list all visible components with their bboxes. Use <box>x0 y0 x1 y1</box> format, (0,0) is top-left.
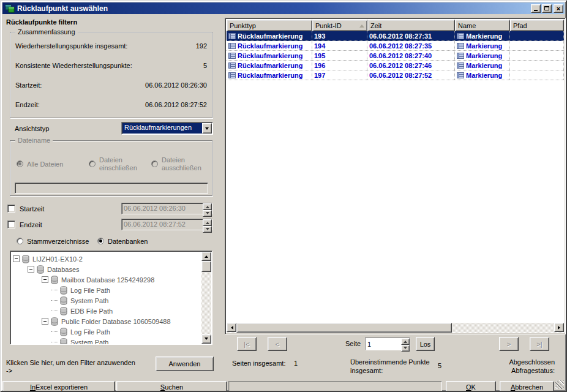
include-files-radio[interactable] <box>89 160 96 167</box>
results-table: Punkttyp Punkt-ID Zeit Name Pfad Rücklau… <box>225 18 566 334</box>
table-row[interactable]: Rücklaufmarkierung 197 06.06.2012 08:27:… <box>227 70 564 80</box>
spin-up-button[interactable] <box>203 203 212 210</box>
minimize-button[interactable] <box>531 4 541 13</box>
marker-icon <box>228 52 236 59</box>
column-header-punkt-id[interactable]: Punkt-ID <box>312 20 367 31</box>
view-type-selected-value: Rücklaufmarkierungen <box>122 123 202 134</box>
tree-item-log-path[interactable]: Log File Path <box>12 285 201 295</box>
app-icon <box>5 4 15 13</box>
summary-group: Zusammenfassung Wiederherstellungspunkte… <box>10 32 212 118</box>
starttime-value: 06.06.2012 08:26:30 <box>145 81 207 89</box>
chevron-down-icon <box>205 337 208 342</box>
all-files-radio[interactable] <box>17 160 23 167</box>
scrollbar-thumb[interactable] <box>201 261 211 272</box>
close-button[interactable]: × <box>554 4 563 13</box>
scrollbar-thumb[interactable] <box>236 323 452 333</box>
filter-panel-title: Rücklaufpunkte filtern <box>6 18 77 26</box>
tree-item-log-path[interactable]: Log File Path <box>12 326 201 337</box>
view-type-select[interactable]: Rücklaufmarkierungen <box>121 122 213 135</box>
scroll-up-button[interactable] <box>201 252 211 261</box>
page-number-input[interactable] <box>366 338 401 350</box>
collapse-icon[interactable] <box>13 255 20 262</box>
spin-down-button[interactable] <box>203 210 212 217</box>
window-title: Rücklaufpunkt auswählen <box>17 4 530 13</box>
tree-item-system-path[interactable]: System Path <box>12 295 201 306</box>
column-header-zeit[interactable]: Zeit <box>367 20 455 31</box>
search-button[interactable]: Suchen <box>116 381 227 392</box>
cell-zeit: 06.06.2012 08:27:35 <box>367 41 455 50</box>
filename-input[interactable] <box>15 183 208 194</box>
first-page-button[interactable]: |< <box>237 337 257 351</box>
column-header-punkttyp[interactable]: Punkttyp <box>227 20 312 31</box>
spin-up-button[interactable] <box>203 219 212 226</box>
page-number-spinner[interactable] <box>365 337 410 350</box>
marker-icon <box>228 72 236 79</box>
tree-item-public-folder-db[interactable]: Public Folder Database 1060509488 <box>12 316 201 326</box>
last-page-button[interactable]: >| <box>530 337 549 351</box>
collapse-icon[interactable] <box>42 276 48 283</box>
tree-scrollbar[interactable] <box>201 252 211 344</box>
spin-down-button[interactable] <box>203 226 212 233</box>
matching-points-label: Übereinstimmende Punkte insgesamt: <box>350 358 443 375</box>
marker-icon <box>457 52 464 59</box>
root-dirs-label: Stammverzeichnisse <box>27 238 89 245</box>
endtime-checkbox[interactable] <box>7 221 15 228</box>
apply-button[interactable]: Anwenden <box>156 356 214 371</box>
database-icon <box>37 265 44 274</box>
cell-zeit: 06.06.2012 08:27:52 <box>367 70 455 80</box>
database-icon <box>60 307 67 315</box>
pages-total-value: 1 <box>294 360 298 367</box>
close-icon: × <box>557 5 560 12</box>
next-page-button[interactable]: > <box>499 337 519 351</box>
tree-item-mailbox-db[interactable]: Mailbox Database 1254249298 <box>12 274 201 285</box>
exclude-files-label: Dateien ausschließen <box>162 156 211 172</box>
prev-page-button[interactable]: < <box>268 337 287 351</box>
databases-radio[interactable] <box>97 238 104 244</box>
tree-item-edb-path[interactable]: EDB File Path <box>12 306 201 316</box>
starttime-label: Startzeit: <box>15 81 42 89</box>
scroll-down-button[interactable] <box>201 334 211 344</box>
table-horizontal-scrollbar[interactable] <box>227 323 564 333</box>
cell-name: Markierung <box>466 72 502 79</box>
spin-up-button[interactable] <box>401 338 410 345</box>
column-header-name[interactable]: Name <box>455 20 510 31</box>
cancel-button[interactable]: Abbrechen <box>500 381 554 392</box>
combo-dropdown-button[interactable] <box>202 123 212 134</box>
database-icon <box>60 338 67 345</box>
starttime-spinner[interactable]: 06.06.2012 08:26:30 <box>121 203 212 214</box>
starttime-checkbox[interactable] <box>7 205 15 213</box>
table-row[interactable]: Rücklaufmarkierung 194 06.06.2012 08:27:… <box>227 41 564 51</box>
tree-item-server[interactable]: LIJZH01-EX10-2 <box>12 254 201 264</box>
database-icon <box>60 286 67 295</box>
summary-legend: Zusammenfassung <box>15 28 78 36</box>
ok-button[interactable]: OK <box>446 381 496 392</box>
cell-name: Markierung <box>466 42 502 50</box>
maximize-button[interactable] <box>542 4 552 13</box>
resize-grip[interactable] <box>555 380 564 389</box>
export-excel-button[interactable]: In Excel exportieren <box>2 381 115 392</box>
endtime-spinner[interactable]: 06.06.2012 08:27:52 <box>121 219 212 230</box>
total-points-label: Wiederherstellungspunkte insgesamt: <box>15 42 127 50</box>
scroll-left-button[interactable] <box>227 323 236 332</box>
query-status-label: Abfragestatus: <box>509 366 555 375</box>
table-row[interactable]: Rücklaufmarkierung 195 06.06.2012 08:27:… <box>227 51 564 61</box>
exclude-files-radio[interactable] <box>151 160 158 167</box>
collapse-icon[interactable] <box>42 318 48 325</box>
table-row[interactable]: Rücklaufmarkierung 193 06.06.2012 08:27:… <box>227 31 564 41</box>
cell-punkt-id: 197 <box>312 70 367 80</box>
table-row[interactable]: Rücklaufmarkierung 196 06.06.2012 08:27:… <box>227 61 564 70</box>
collapse-icon[interactable] <box>28 266 34 273</box>
database-icon <box>51 317 58 326</box>
tree-item-databases[interactable]: Databases <box>12 264 201 274</box>
tree-item-system-path[interactable]: System Path <box>12 337 201 344</box>
include-files-label: Dateien einschließen <box>99 156 148 172</box>
go-button[interactable]: Los <box>416 337 435 351</box>
database-icon <box>22 255 29 263</box>
marker-icon <box>457 32 464 40</box>
scroll-right-button[interactable] <box>554 323 564 332</box>
consistent-points-label: Konsistente Wiederherstellungspunkte: <box>15 62 132 69</box>
spin-down-button[interactable] <box>401 345 410 352</box>
marker-icon <box>457 62 464 69</box>
column-header-pfad[interactable]: Pfad <box>510 20 564 31</box>
root-dirs-radio[interactable] <box>17 238 23 244</box>
